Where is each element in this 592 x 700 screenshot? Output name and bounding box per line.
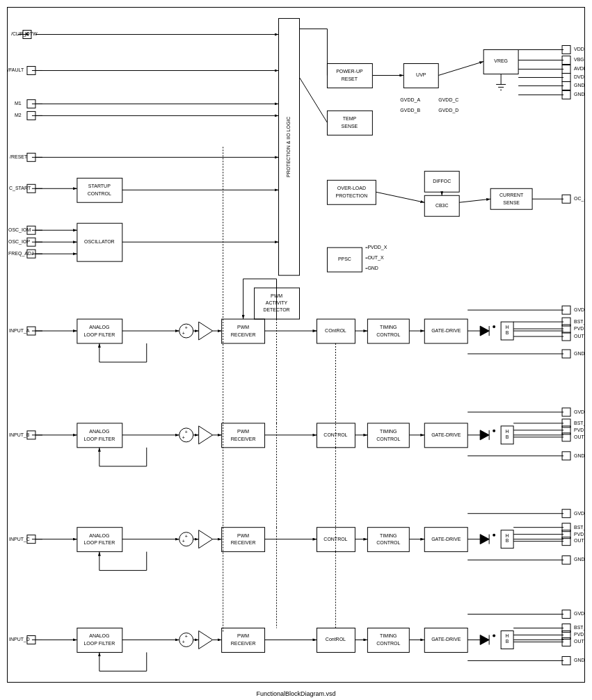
svg-line-326 — [376, 192, 424, 202]
svg-line-301 — [299, 77, 327, 122]
svg-text:VREG: VREG — [494, 58, 508, 63]
svg-text:GND: GND — [574, 453, 584, 458]
svg-text:TIMING: TIMING — [380, 325, 397, 329]
svg-text:PVDD_CD: PVDD_CD — [574, 532, 584, 537]
svg-text:+: + — [185, 534, 188, 539]
svg-rect-66 — [490, 188, 532, 209]
svg-text:H: H — [506, 429, 509, 434]
svg-text:OC_ADJ: OC_ADJ — [574, 196, 584, 202]
svg-text:CURRENT: CURRENT — [499, 193, 524, 197]
svg-text:RECEIVER: RECEIVER — [231, 641, 256, 646]
footer-label: FunctionalBlockDiagram.vsd — [256, 690, 335, 697]
svg-text:OUT_X: OUT_X — [367, 255, 384, 261]
svg-text:+: + — [182, 539, 185, 544]
svg-text:BST_B: BST_B — [574, 421, 584, 426]
svg-text:BST_C: BST_C — [574, 525, 584, 530]
svg-text:OVER-LOAD: OVER-LOAD — [337, 186, 366, 190]
svg-rect-190 — [222, 528, 265, 552]
svg-point-249 — [493, 634, 495, 637]
svg-text:CONTROL: CONTROL — [376, 332, 400, 337]
svg-text:CONTROL: CONTROL — [376, 437, 400, 441]
svg-text:/FAULT: /FAULT — [8, 67, 24, 72]
svg-text:ANALOG: ANALOG — [89, 633, 109, 638]
svg-text:GVDD_D: GVDD_D — [438, 108, 458, 113]
svg-marker-106 — [480, 326, 489, 336]
svg-text:H: H — [506, 325, 509, 329]
svg-rect-148 — [367, 423, 409, 448]
svg-text:CONTROL: CONTROL — [88, 191, 111, 196]
svg-text:B: B — [506, 434, 509, 439]
svg-rect-143 — [222, 423, 265, 448]
svg-text:RESET: RESET — [342, 76, 358, 81]
svg-text:PROTECTION & IIO LOGIC: PROTECTION & IIO LOGIC — [286, 117, 291, 177]
svg-text:PVDD_X: PVDD_X — [367, 245, 387, 250]
svg-rect-183 — [77, 528, 122, 552]
svg-text:OUT_D: OUT_D — [574, 639, 584, 644]
diagram-wrapper: /CLIP_OTW ✕ /FAULT M1 M2 /RESET C_START — [7, 7, 585, 683]
svg-text:VBG: VBG — [574, 57, 584, 62]
svg-text:RECEIVER: RECEIVER — [231, 437, 256, 441]
svg-marker-236 — [199, 631, 213, 649]
svg-point-155 — [493, 430, 495, 432]
svg-marker-95 — [199, 322, 213, 340]
svg-rect-230 — [77, 628, 122, 653]
svg-text:INPUT_D: INPUT_D — [9, 637, 30, 642]
svg-marker-200 — [480, 535, 489, 544]
svg-text:GVDD_C: GVDD_C — [438, 97, 458, 103]
svg-text:GND: GND — [574, 92, 584, 97]
svg-text:+: + — [185, 634, 188, 639]
svg-text:POWER-UP: POWER-UP — [336, 69, 363, 74]
svg-rect-80 — [77, 178, 122, 202]
svg-text:VDD: VDD — [574, 47, 584, 51]
svg-marker-189 — [199, 530, 213, 548]
svg-text:LOOP FILTER: LOOP FILTER — [83, 332, 115, 337]
svg-rect-242 — [367, 628, 409, 653]
svg-text:M1: M1 — [15, 101, 22, 106]
svg-rect-45 — [327, 63, 372, 88]
svg-text:LOOP FILTER: LOOP FILTER — [83, 641, 115, 646]
svg-text:LOOP FILTER: LOOP FILTER — [83, 540, 115, 545]
svg-text:+: + — [182, 640, 185, 644]
svg-text:DVDD: DVDD — [574, 74, 584, 79]
svg-text:ANALOG: ANALOG — [89, 533, 109, 538]
svg-text:TIMING: TIMING — [380, 533, 397, 538]
svg-text:/RESET: /RESET — [10, 154, 28, 159]
svg-text:TIMING: TIMING — [380, 633, 397, 638]
svg-text:DIFFOC: DIFFOC — [433, 179, 451, 184]
page-container: /CLIP_OTW ✕ /FAULT M1 M2 /RESET C_START — [0, 0, 592, 700]
svg-text:STARTUP: STARTUP — [88, 184, 111, 188]
svg-text:BST_D: BST_D — [574, 625, 584, 630]
svg-text:TEMP: TEMP — [343, 116, 357, 121]
svg-marker-142 — [199, 426, 213, 444]
svg-text:GND: GND — [367, 266, 378, 270]
svg-rect-195 — [367, 528, 409, 552]
svg-text:B: B — [506, 330, 509, 335]
svg-text:CB3C: CB3C — [435, 203, 449, 208]
svg-rect-136 — [77, 423, 122, 448]
svg-rect-96 — [222, 319, 265, 343]
svg-text:ContROL: ContROL — [326, 637, 346, 642]
svg-rect-89 — [77, 319, 122, 343]
svg-rect-52 — [327, 111, 372, 135]
svg-marker-153 — [480, 430, 489, 440]
svg-rect-237 — [222, 628, 265, 653]
svg-text:SENSE: SENSE — [342, 124, 358, 129]
svg-text:CONTROL: CONTROL — [376, 540, 400, 545]
svg-text:RECEIVER: RECEIVER — [231, 540, 256, 545]
svg-text:INPUT_B: INPUT_B — [9, 432, 30, 438]
svg-text:GATE-DRIVE: GATE-DRIVE — [431, 537, 461, 542]
svg-text:C_START: C_START — [9, 186, 31, 191]
svg-text:PVDD_CD: PVDD_CD — [574, 632, 584, 637]
svg-text:H: H — [506, 633, 509, 638]
svg-text:RECEIVER: RECEIVER — [231, 332, 256, 337]
svg-text:FREQ_ADJ: FREQ_ADJ — [8, 251, 33, 257]
svg-text:COntROL: COntROL — [325, 328, 346, 333]
svg-text:PWM: PWM — [237, 633, 249, 638]
svg-text:PPSC: PPSC — [338, 257, 351, 261]
svg-text:+: + — [185, 325, 188, 330]
svg-text:+: + — [182, 331, 185, 336]
svg-text:INPUT_A: INPUT_A — [9, 328, 30, 334]
svg-text:GVDD_AB: GVDD_AB — [574, 307, 584, 313]
svg-point-202 — [493, 534, 495, 537]
svg-text:OSCILLATOR: OSCILLATOR — [84, 239, 115, 244]
